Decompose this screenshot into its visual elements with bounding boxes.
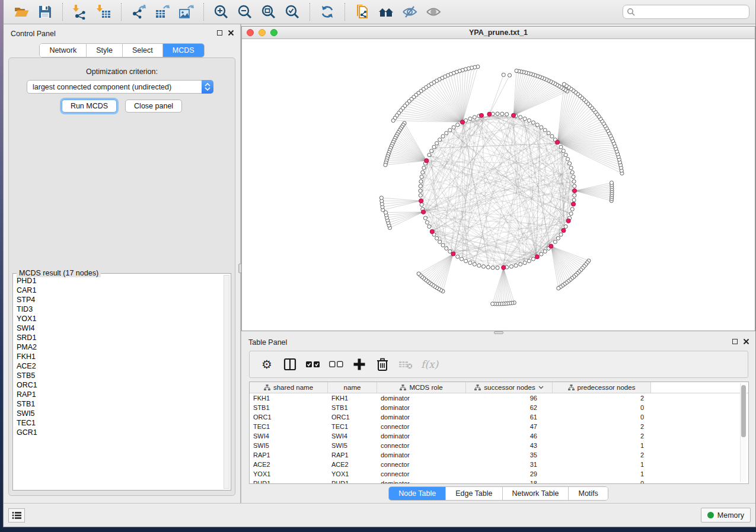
cell-predecessor_nodes[interactable]: 2 (553, 422, 651, 431)
network-node[interactable] (559, 233, 563, 236)
column-settings-gear-icon[interactable]: ⚙ (259, 357, 275, 372)
network-hub-node[interactable] (421, 210, 425, 214)
cell-predecessor_nodes[interactable]: 2 (553, 393, 651, 403)
network-node[interactable] (452, 126, 455, 129)
network-node[interactable] (509, 265, 513, 268)
network-node[interactable] (540, 252, 543, 256)
tab-edge-table[interactable]: Edge Table (446, 487, 502, 500)
network-leaf-node[interactable] (515, 69, 518, 72)
cell-predecessor_nodes[interactable]: 2 (553, 431, 651, 441)
cell-predecessor_nodes[interactable]: 2 (553, 450, 651, 460)
table-row[interactable]: PHD1PHD1dominator180 (250, 479, 748, 484)
network-leaf-node[interactable] (502, 73, 505, 76)
deselect-all-rows-icon[interactable] (328, 357, 344, 372)
network-node[interactable] (547, 132, 550, 135)
cell-successor_nodes[interactable]: 35 (466, 450, 553, 460)
zoom-in-icon[interactable] (212, 3, 230, 21)
network-node[interactable] (567, 162, 571, 165)
network-leaf-node[interactable] (508, 73, 511, 77)
network-node[interactable] (556, 236, 560, 240)
network-node[interactable] (572, 180, 576, 183)
network-node[interactable] (428, 153, 431, 156)
network-leaf-node[interactable] (562, 82, 566, 86)
cell-mcds_role[interactable]: connector (377, 460, 466, 469)
cell-name[interactable]: RAP1 (328, 450, 377, 460)
network-leaf-node[interactable] (384, 163, 387, 166)
network-node[interactable] (481, 265, 485, 268)
network-node[interactable] (531, 121, 535, 124)
network-node[interactable] (486, 265, 490, 269)
network-node[interactable] (445, 132, 448, 135)
close-panel-button[interactable]: Close panel (125, 100, 182, 113)
delete-column-trash-icon[interactable] (375, 357, 390, 372)
search-input[interactable] (635, 8, 745, 16)
network-node[interactable] (540, 126, 543, 129)
network-node[interactable] (550, 134, 554, 138)
import-table-icon[interactable] (95, 3, 113, 21)
zoom-selected-icon[interactable] (283, 3, 301, 21)
network-node[interactable] (420, 175, 423, 178)
cell-successor_nodes[interactable]: 31 (466, 460, 553, 469)
network-node[interactable] (535, 123, 539, 127)
column-header-shared-name[interactable]: shared name (250, 382, 328, 393)
network-node[interactable] (573, 194, 576, 197)
cell-mcds_role[interactable]: connector (377, 469, 466, 479)
optimization-criterion-dropdown[interactable]: largest connected component (undirected) (27, 80, 213, 94)
network-node[interactable] (464, 259, 468, 262)
network-node[interactable] (566, 158, 569, 161)
cell-successor_nodes[interactable]: 43 (466, 441, 553, 450)
network-node[interactable] (419, 189, 422, 193)
network-node[interactable] (438, 240, 442, 243)
network-node[interactable] (519, 262, 522, 266)
network-node[interactable] (559, 145, 563, 149)
cell-predecessor_nodes[interactable]: 0 (553, 403, 651, 412)
table-scrollbar-thumb[interactable] (741, 385, 746, 437)
export-network-icon[interactable] (130, 3, 148, 21)
cell-name[interactable]: SWI5 (328, 441, 377, 450)
column-header-MCDS-role[interactable]: MCDS role (377, 382, 466, 393)
mcds-result-item[interactable]: CAR1 (14, 286, 222, 295)
network-node[interactable] (570, 171, 574, 174)
network-node[interactable] (519, 116, 522, 119)
network-window-titlebar[interactable]: YPA_prune.txt_1 (242, 27, 755, 39)
cell-name[interactable]: ORC1 (328, 412, 377, 422)
cell-mcds_role[interactable]: connector (377, 422, 466, 431)
network-node[interactable] (573, 184, 576, 188)
mcds-result-item[interactable]: STB5 (14, 371, 222, 380)
cell-name[interactable]: TEC1 (328, 422, 377, 431)
tab-mcds[interactable]: MCDS (163, 44, 204, 57)
network-node[interactable] (500, 112, 504, 116)
zoom-out-icon[interactable] (236, 3, 254, 21)
mcds-list-scrollbar[interactable] (224, 275, 229, 489)
export-table-icon[interactable] (154, 3, 171, 21)
network-node[interactable] (423, 216, 427, 220)
network-node[interactable] (491, 266, 495, 270)
network-hub-node[interactable] (451, 252, 455, 256)
open-session-icon[interactable] (12, 3, 30, 21)
cell-predecessor_nodes[interactable]: 1 (553, 441, 651, 450)
table-scrollbar[interactable] (740, 383, 747, 482)
mcds-result-item[interactable]: ACE2 (14, 361, 222, 371)
mcds-result-item[interactable]: YOX1 (14, 314, 222, 323)
network-canvas[interactable] (242, 39, 756, 331)
network-hub-node[interactable] (511, 113, 515, 117)
network-node[interactable] (428, 225, 431, 228)
cell-shared_name[interactable]: SWI5 (250, 441, 328, 450)
cell-successor_nodes[interactable]: 61 (466, 412, 553, 422)
network-hub-node[interactable] (487, 112, 492, 116)
network-node[interactable] (445, 246, 448, 250)
first-neighbors-icon[interactable] (377, 3, 395, 21)
network-node[interactable] (432, 145, 436, 149)
table-row[interactable]: FKH1FKH1dominator962 (250, 393, 748, 403)
network-node[interactable] (543, 249, 547, 253)
mcds-result-item[interactable]: PMA2 (14, 342, 222, 352)
network-node[interactable] (514, 264, 518, 267)
cell-successor_nodes[interactable]: 62 (466, 403, 553, 412)
cell-shared_name[interactable]: TEC1 (250, 422, 328, 431)
network-node[interactable] (441, 243, 445, 247)
network-node[interactable] (523, 117, 527, 120)
cell-predecessor_nodes[interactable]: 1 (553, 460, 651, 469)
network-node[interactable] (473, 116, 476, 119)
float-panel-icon[interactable] (217, 30, 222, 36)
cell-name[interactable]: PHD1 (328, 479, 377, 484)
